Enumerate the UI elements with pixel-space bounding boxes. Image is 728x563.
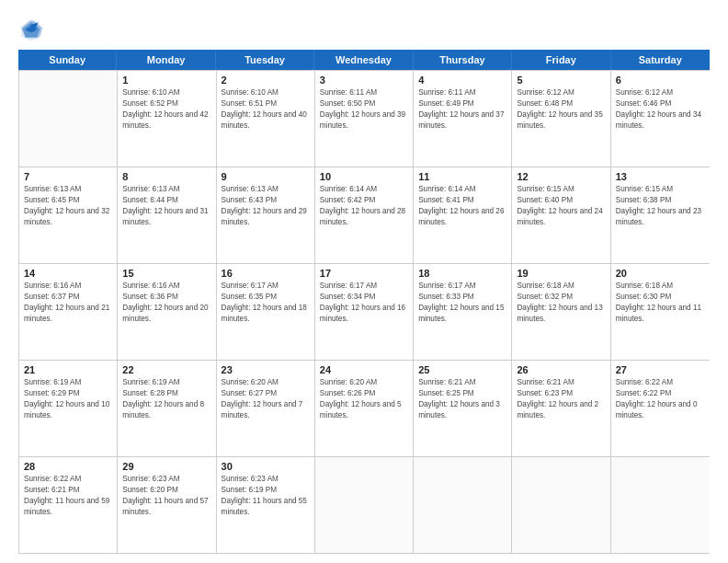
calendar-cell-27: 27Sunrise: 6:22 AMSunset: 6:22 PMDayligh… [611, 361, 710, 456]
cell-info: Sunrise: 6:17 AMSunset: 6:33 PMDaylight:… [418, 281, 506, 325]
cell-info: Sunrise: 6:23 AMSunset: 6:20 PMDaylight:… [122, 474, 210, 518]
calendar-cell-30: 30Sunrise: 6:23 AMSunset: 6:19 PMDayligh… [217, 457, 315, 553]
cell-info: Sunrise: 6:10 AMSunset: 6:52 PMDaylight:… [122, 87, 210, 132]
day-number: 29 [122, 461, 210, 472]
day-number: 3 [320, 75, 408, 86]
day-number: 28 [24, 461, 112, 472]
logo-icon [18, 17, 44, 42]
calendar-cell-empty-4-4 [414, 457, 512, 553]
day-number: 30 [222, 461, 310, 472]
day-number: 10 [320, 171, 408, 182]
day-number: 21 [24, 364, 112, 375]
header-day-wednesday: Wednesday [314, 50, 413, 70]
header [18, 17, 710, 42]
calendar-cell-4: 4Sunrise: 6:11 AMSunset: 6:49 PMDaylight… [414, 71, 512, 167]
day-number: 9 [222, 171, 310, 182]
cell-info: Sunrise: 6:13 AMSunset: 6:43 PMDaylight:… [222, 184, 310, 228]
day-number: 18 [418, 268, 506, 279]
calendar-body: 1Sunrise: 6:10 AMSunset: 6:52 PMDaylight… [18, 70, 710, 554]
cell-info: Sunrise: 6:15 AMSunset: 6:40 PMDaylight:… [517, 184, 605, 228]
day-number: 26 [517, 364, 605, 375]
calendar-cell-empty-4-5 [512, 457, 610, 553]
cell-info: Sunrise: 6:15 AMSunset: 6:38 PMDaylight:… [616, 184, 705, 228]
calendar-cell-16: 16Sunrise: 6:17 AMSunset: 6:35 PMDayligh… [217, 264, 315, 360]
header-day-monday: Monday [117, 50, 215, 70]
day-number: 8 [122, 171, 210, 182]
calendar-cell-29: 29Sunrise: 6:23 AMSunset: 6:20 PMDayligh… [118, 457, 216, 553]
calendar-cell-28: 28Sunrise: 6:22 AMSunset: 6:21 PMDayligh… [19, 457, 118, 553]
calendar-cell-25: 25Sunrise: 6:21 AMSunset: 6:25 PMDayligh… [414, 361, 512, 456]
day-number: 20 [616, 268, 705, 279]
cell-info: Sunrise: 6:16 AMSunset: 6:36 PMDaylight:… [122, 281, 210, 325]
cell-info: Sunrise: 6:14 AMSunset: 6:42 PMDaylight:… [320, 184, 408, 228]
cell-info: Sunrise: 6:22 AMSunset: 6:21 PMDaylight:… [24, 474, 112, 518]
calendar-cell-empty-4-6 [611, 457, 710, 553]
cell-info: Sunrise: 6:20 AMSunset: 6:26 PMDaylight:… [320, 377, 408, 421]
calendar-cell-19: 19Sunrise: 6:18 AMSunset: 6:32 PMDayligh… [512, 264, 610, 360]
cell-info: Sunrise: 6:14 AMSunset: 6:41 PMDaylight:… [418, 184, 506, 228]
calendar-cell-14: 14Sunrise: 6:16 AMSunset: 6:37 PMDayligh… [19, 264, 118, 360]
calendar: SundayMondayTuesdayWednesdayThursdayFrid… [18, 50, 710, 554]
calendar-row-2: 14Sunrise: 6:16 AMSunset: 6:37 PMDayligh… [19, 263, 710, 360]
calendar-cell-26: 26Sunrise: 6:21 AMSunset: 6:23 PMDayligh… [512, 361, 610, 456]
day-number: 12 [517, 171, 605, 182]
cell-info: Sunrise: 6:11 AMSunset: 6:50 PMDaylight:… [320, 87, 408, 132]
day-number: 1 [122, 75, 210, 86]
cell-info: Sunrise: 6:16 AMSunset: 6:37 PMDaylight:… [24, 281, 112, 325]
day-number: 11 [418, 171, 506, 182]
calendar-row-0: 1Sunrise: 6:10 AMSunset: 6:52 PMDaylight… [19, 70, 710, 167]
calendar-cell-23: 23Sunrise: 6:20 AMSunset: 6:27 PMDayligh… [217, 361, 315, 456]
calendar-cell-17: 17Sunrise: 6:17 AMSunset: 6:34 PMDayligh… [315, 264, 414, 360]
day-number: 13 [616, 171, 705, 182]
calendar-cell-2: 2Sunrise: 6:10 AMSunset: 6:51 PMDaylight… [217, 71, 315, 167]
calendar-cell-3: 3Sunrise: 6:11 AMSunset: 6:50 PMDaylight… [315, 71, 414, 167]
cell-info: Sunrise: 6:13 AMSunset: 6:44 PMDaylight:… [122, 184, 210, 228]
calendar-cell-empty-4-3 [315, 457, 414, 553]
calendar-cell-10: 10Sunrise: 6:14 AMSunset: 6:42 PMDayligh… [315, 167, 414, 263]
cell-info: Sunrise: 6:12 AMSunset: 6:48 PMDaylight:… [517, 87, 605, 132]
logo [18, 17, 48, 42]
calendar-cell-13: 13Sunrise: 6:15 AMSunset: 6:38 PMDayligh… [611, 167, 710, 263]
calendar-cell-1: 1Sunrise: 6:10 AMSunset: 6:52 PMDaylight… [118, 71, 216, 167]
calendar-cell-empty-0-0 [19, 71, 118, 167]
day-number: 24 [320, 364, 408, 375]
cell-info: Sunrise: 6:18 AMSunset: 6:30 PMDaylight:… [616, 281, 705, 325]
calendar-header: SundayMondayTuesdayWednesdayThursdayFrid… [18, 50, 710, 70]
day-number: 16 [222, 268, 310, 279]
day-number: 6 [616, 75, 705, 86]
cell-info: Sunrise: 6:21 AMSunset: 6:25 PMDaylight:… [418, 377, 506, 421]
day-number: 25 [418, 364, 506, 375]
calendar-row-3: 21Sunrise: 6:19 AMSunset: 6:29 PMDayligh… [19, 360, 710, 456]
cell-info: Sunrise: 6:12 AMSunset: 6:46 PMDaylight:… [616, 87, 705, 132]
day-number: 22 [122, 364, 210, 375]
calendar-cell-15: 15Sunrise: 6:16 AMSunset: 6:36 PMDayligh… [118, 264, 216, 360]
day-number: 2 [222, 75, 310, 86]
calendar-cell-9: 9Sunrise: 6:13 AMSunset: 6:43 PMDaylight… [217, 167, 315, 263]
calendar-cell-12: 12Sunrise: 6:15 AMSunset: 6:40 PMDayligh… [512, 167, 610, 263]
cell-info: Sunrise: 6:19 AMSunset: 6:29 PMDaylight:… [24, 377, 112, 421]
calendar-cell-7: 7Sunrise: 6:13 AMSunset: 6:45 PMDaylight… [19, 167, 118, 263]
page: SundayMondayTuesdayWednesdayThursdayFrid… [0, 0, 728, 563]
calendar-cell-8: 8Sunrise: 6:13 AMSunset: 6:44 PMDaylight… [118, 167, 216, 263]
day-number: 7 [24, 171, 112, 182]
calendar-cell-24: 24Sunrise: 6:20 AMSunset: 6:26 PMDayligh… [315, 361, 414, 456]
day-number: 14 [24, 268, 112, 279]
cell-info: Sunrise: 6:17 AMSunset: 6:34 PMDaylight:… [320, 281, 408, 325]
calendar-cell-6: 6Sunrise: 6:12 AMSunset: 6:46 PMDaylight… [611, 71, 710, 167]
header-day-sunday: Sunday [18, 50, 117, 70]
day-number: 19 [517, 268, 605, 279]
calendar-cell-20: 20Sunrise: 6:18 AMSunset: 6:30 PMDayligh… [611, 264, 710, 360]
cell-info: Sunrise: 6:20 AMSunset: 6:27 PMDaylight:… [222, 377, 310, 421]
cell-info: Sunrise: 6:21 AMSunset: 6:23 PMDaylight:… [517, 377, 605, 421]
calendar-cell-18: 18Sunrise: 6:17 AMSunset: 6:33 PMDayligh… [414, 264, 512, 360]
day-number: 17 [320, 268, 408, 279]
cell-info: Sunrise: 6:22 AMSunset: 6:22 PMDaylight:… [616, 377, 705, 421]
calendar-cell-11: 11Sunrise: 6:14 AMSunset: 6:41 PMDayligh… [414, 167, 512, 263]
cell-info: Sunrise: 6:13 AMSunset: 6:45 PMDaylight:… [24, 184, 112, 228]
cell-info: Sunrise: 6:18 AMSunset: 6:32 PMDaylight:… [517, 281, 605, 325]
header-day-saturday: Saturday [611, 50, 710, 70]
day-number: 15 [122, 268, 210, 279]
cell-info: Sunrise: 6:10 AMSunset: 6:51 PMDaylight:… [222, 87, 310, 132]
header-day-friday: Friday [512, 50, 610, 70]
header-day-tuesday: Tuesday [216, 50, 314, 70]
